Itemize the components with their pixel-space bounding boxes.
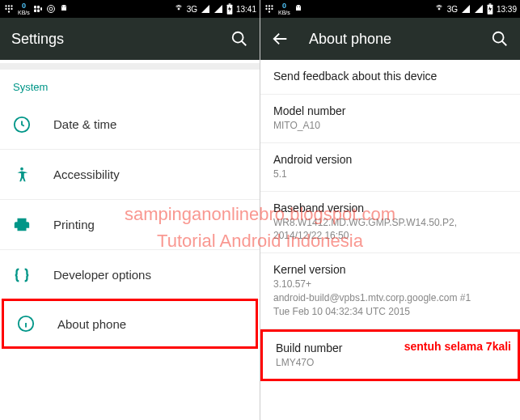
clock-icon bbox=[13, 116, 31, 134]
row-value: MITO_A10 bbox=[273, 119, 507, 133]
svg-point-0 bbox=[5, 5, 6, 6]
android-version-row[interactable]: Android version 5.1 bbox=[260, 143, 520, 192]
svg-point-28 bbox=[265, 5, 267, 6]
data-speed: 0 KB/s bbox=[278, 2, 290, 15]
android-icon bbox=[59, 4, 69, 14]
app-bar: About phone bbox=[260, 18, 520, 60]
model-row[interactable]: Model number MITO_A10 bbox=[260, 95, 520, 143]
kernel-row[interactable]: Kernel version 3.10.57+ android-build@vp… bbox=[260, 253, 520, 329]
settings-screen: 0 KB/s 3G 13:41 Settings System bbox=[0, 0, 260, 420]
svg-point-4 bbox=[8, 8, 10, 10]
item-label: Date & time bbox=[53, 117, 116, 131]
search-icon[interactable] bbox=[230, 30, 248, 48]
svg-point-3 bbox=[5, 8, 6, 10]
signal-icon bbox=[461, 4, 471, 14]
svg-point-33 bbox=[271, 8, 273, 10]
signal-icon-2 bbox=[213, 4, 223, 14]
row-label: Android version bbox=[273, 153, 507, 166]
search-icon[interactable] bbox=[491, 30, 509, 48]
back-icon[interactable] bbox=[272, 30, 290, 48]
svg-rect-39 bbox=[489, 3, 492, 4]
svg-point-15 bbox=[65, 6, 66, 7]
svg-point-5 bbox=[11, 8, 12, 10]
signal-icon bbox=[201, 4, 210, 14]
svg-point-32 bbox=[268, 8, 270, 10]
svg-point-1 bbox=[8, 5, 10, 6]
page-title: Settings bbox=[11, 31, 211, 48]
network-type: 3G bbox=[187, 5, 197, 14]
clock: 13:41 bbox=[236, 5, 256, 14]
svg-point-35 bbox=[297, 6, 298, 7]
svg-point-2 bbox=[11, 5, 12, 6]
svg-point-36 bbox=[299, 6, 300, 7]
battery-icon bbox=[487, 3, 493, 15]
svg-point-12 bbox=[47, 6, 54, 13]
clock: 13:39 bbox=[497, 5, 517, 14]
row-value: 3.10.57+ android-build@vpbs1.mtv.corp.go… bbox=[273, 278, 507, 318]
svg-rect-11 bbox=[40, 7, 42, 11]
hotspot-icon bbox=[434, 4, 444, 14]
svg-point-18 bbox=[178, 8, 180, 10]
info-icon bbox=[17, 315, 35, 333]
row-value: LMY47O bbox=[276, 356, 505, 370]
row-value: WR8.W1412.MD.WG.GMP.SP.W14.50.P2, 2014/1… bbox=[273, 216, 507, 244]
row-label: Model number bbox=[273, 104, 507, 117]
annotation-text: sentuh selama 7kali bbox=[404, 340, 511, 353]
svg-rect-10 bbox=[37, 10, 40, 13]
svg-rect-9 bbox=[37, 6, 40, 9]
accessibility-icon bbox=[13, 166, 31, 184]
svg-point-34 bbox=[268, 11, 270, 12]
row-label: Baseband version bbox=[273, 202, 507, 214]
row-value: 5.1 bbox=[273, 168, 507, 181]
svg-point-13 bbox=[49, 7, 53, 11]
svg-point-21 bbox=[233, 32, 243, 43]
circle-icon bbox=[46, 4, 56, 14]
about-phone-screen: 0 KB/s 3G 13:39 About phone Send feedbac… bbox=[260, 0, 520, 420]
build-number-row[interactable]: Build number LMY47O sentuh selama 7kali bbox=[260, 329, 520, 382]
settings-item-accessibility[interactable]: Accessibility bbox=[0, 150, 260, 200]
settings-item-datetime[interactable]: Date & time bbox=[0, 100, 260, 150]
settings-item-about[interactable]: About phone bbox=[2, 299, 258, 349]
signal-icon-2 bbox=[474, 4, 484, 14]
item-label: Accessibility bbox=[53, 168, 120, 181]
svg-point-40 bbox=[493, 32, 504, 43]
svg-rect-7 bbox=[34, 6, 36, 9]
svg-point-6 bbox=[8, 11, 10, 12]
row-label: Kernel version bbox=[273, 263, 507, 276]
status-bar: 0 KB/s 3G 13:39 bbox=[260, 0, 520, 18]
item-label: Printing bbox=[53, 218, 95, 231]
print-icon bbox=[13, 216, 31, 234]
page-title: About phone bbox=[309, 31, 471, 48]
svg-line-41 bbox=[502, 41, 507, 46]
svg-point-29 bbox=[268, 5, 270, 6]
bbm-icon bbox=[264, 3, 275, 15]
svg-line-22 bbox=[242, 41, 247, 46]
bbm-icon bbox=[3, 3, 15, 15]
bb-icon bbox=[33, 4, 43, 14]
item-label: About phone bbox=[57, 317, 126, 331]
svg-point-14 bbox=[62, 6, 63, 7]
android-icon bbox=[294, 4, 303, 14]
app-bar: Settings bbox=[0, 18, 260, 60]
svg-rect-20 bbox=[229, 3, 231, 4]
svg-point-37 bbox=[438, 8, 440, 10]
braces-icon bbox=[13, 266, 31, 284]
svg-point-24 bbox=[20, 167, 23, 170]
svg-rect-8 bbox=[34, 10, 36, 13]
data-speed: 0 KB/s bbox=[18, 2, 30, 15]
battery-icon bbox=[226, 3, 233, 15]
svg-point-31 bbox=[265, 8, 267, 10]
network-type: 3G bbox=[447, 5, 458, 14]
settings-item-developer[interactable]: Developer options bbox=[0, 250, 260, 300]
item-label: Developer options bbox=[53, 268, 151, 282]
status-bar: 0 KB/s 3G 13:41 bbox=[0, 0, 260, 18]
baseband-row[interactable]: Baseband version WR8.W1412.MD.WG.GMP.SP.… bbox=[260, 192, 520, 254]
svg-point-30 bbox=[271, 5, 273, 6]
hotspot-icon bbox=[174, 4, 184, 14]
feedback-row[interactable]: Send feedback about this device bbox=[260, 60, 520, 95]
settings-item-printing[interactable]: Printing bbox=[0, 200, 260, 250]
section-system: System bbox=[0, 63, 260, 100]
